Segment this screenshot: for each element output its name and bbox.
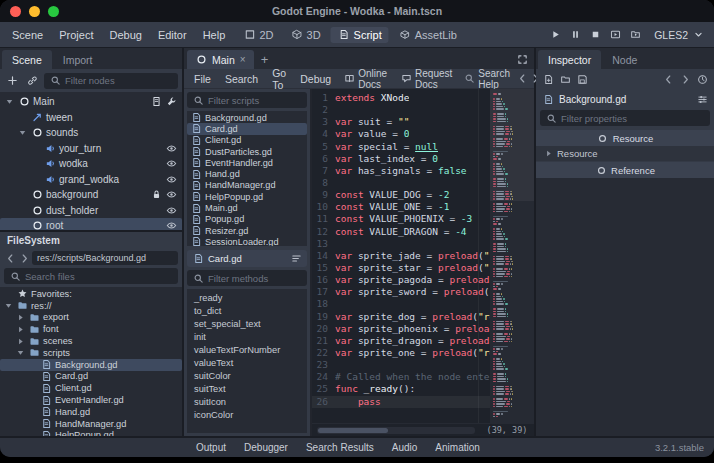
filesystem-item[interactable]: res:// — [0, 300, 182, 312]
scene-tree-node[interactable]: Main — [0, 94, 182, 110]
method-list-item[interactable]: _ready — [187, 291, 307, 304]
code-line[interactable]: 3var suit = "" — [312, 116, 490, 128]
code-line[interactable]: 17var sprite_sword = preload(" — [312, 286, 490, 298]
history-button[interactable] — [696, 71, 708, 89]
menu-scene[interactable]: Scene — [4, 29, 51, 41]
method-list-item[interactable]: suitText — [187, 382, 307, 395]
workspace-3d-button[interactable]: 3D — [284, 27, 328, 43]
filesystem-item[interactable]: export — [0, 312, 182, 324]
code-area[interactable]: 1extends XNode23var suit = ""4var value … — [312, 89, 490, 423]
method-list-item[interactable]: iconColor — [187, 408, 307, 421]
method-list-item[interactable]: valueText — [187, 356, 307, 369]
horizontal-scrollbar-thumb[interactable] — [318, 428, 388, 433]
script-list-item[interactable]: HelpPopup.gd — [187, 191, 307, 202]
script-list-item[interactable]: Client.gd — [187, 135, 307, 146]
code-line[interactable]: 14var sprite_jade = preload("r — [312, 250, 490, 262]
filesystem-item[interactable]: HandManager.gd — [0, 418, 182, 430]
code-line[interactable]: 22var sprite_one = preload("re — [312, 347, 490, 359]
sort-methods-icon[interactable] — [290, 253, 302, 265]
expander-right-icon[interactable] — [15, 335, 25, 347]
code-line[interactable]: 19var sprite_dog = preload("re — [312, 311, 490, 323]
method-list-item[interactable]: valueTextForNumber — [187, 343, 307, 356]
expander-down-icon[interactable] — [15, 347, 25, 359]
play-scene-button[interactable] — [606, 26, 625, 44]
filesystem-item[interactable]: scripts — [0, 347, 182, 359]
script-menu-debug[interactable]: Debug — [293, 73, 338, 85]
script-list-item[interactable]: Main.gd — [187, 202, 307, 213]
script-list-item[interactable]: Background.gd — [187, 112, 307, 123]
horizontal-scrollbar[interactable] — [317, 427, 475, 434]
pause-button[interactable] — [566, 26, 585, 44]
script-menu-search[interactable]: Search — [218, 73, 265, 85]
eye-icon[interactable] — [165, 204, 177, 216]
stop-button[interactable] — [586, 26, 605, 44]
bottom-tab-animation[interactable]: Animation — [426, 442, 488, 453]
code-line[interactable]: 18 — [312, 298, 490, 310]
script-list-item[interactable]: EventHandler.gd — [187, 157, 307, 168]
filesystem-item[interactable]: scenes — [0, 335, 182, 347]
tab-import[interactable]: Import — [53, 50, 103, 69]
script-list-item[interactable]: Resizer.gd — [187, 225, 307, 236]
script-list-item[interactable]: Popup.gd — [187, 214, 307, 225]
expander-down-icon[interactable] — [3, 300, 13, 312]
code-line[interactable]: 21var sprite_dragon = preload( — [312, 335, 490, 347]
code-line[interactable]: 26 pass — [312, 396, 490, 408]
script-list-item[interactable]: Card.gd — [187, 123, 307, 134]
history-back-icon[interactable] — [4, 252, 16, 264]
code-line[interactable]: 20var sprite_phoenix = preload — [312, 323, 490, 335]
eye-icon[interactable] — [165, 173, 177, 185]
tab-node[interactable]: Node — [602, 50, 647, 69]
workspace-assetlib-button[interactable]: AssetLib — [392, 27, 464, 43]
code-line[interactable]: 1extends XNode — [312, 92, 490, 104]
bottom-tab-output[interactable]: Output — [187, 442, 235, 453]
method-list-item[interactable]: suitColor — [187, 369, 307, 382]
method-list-item[interactable]: init — [187, 330, 307, 343]
extra-resource-options-icon[interactable] — [696, 93, 708, 105]
breadcrumb[interactable]: res://scripts/Background.gd — [32, 251, 178, 265]
code-line[interactable]: 9const VALUE_DOG = -2 — [312, 189, 490, 201]
code-line[interactable]: 15var sprite_star = preload("r — [312, 262, 490, 274]
bottom-tab-search-results[interactable]: Search Results — [297, 442, 383, 453]
eye-icon[interactable] — [165, 158, 177, 170]
filter-properties-input[interactable]: Filter properties — [540, 110, 710, 126]
menu-debug[interactable]: Debug — [101, 29, 149, 41]
arrow-down-icon[interactable] — [17, 127, 29, 139]
script-menu-file[interactable]: File — [187, 73, 218, 85]
menu-help[interactable]: Help — [195, 29, 234, 41]
scene-tree-node[interactable]: your_turn — [0, 141, 182, 157]
minimize-window-button[interactable] — [29, 6, 40, 17]
code-line[interactable]: 8 — [312, 177, 490, 189]
scene-tree-node[interactable]: wodka — [0, 156, 182, 172]
filesystem-item[interactable]: Client.gd — [0, 382, 182, 394]
request-docs-button[interactable]: Request Docs — [395, 68, 457, 90]
filter-scripts-input[interactable]: Filter scripts — [187, 92, 307, 108]
method-list-item[interactable]: to_dict — [187, 304, 307, 317]
play-button[interactable] — [546, 26, 565, 44]
code-line[interactable]: 25func _ready(): — [312, 383, 490, 395]
arrow-down-icon[interactable] — [2, 300, 14, 312]
expander-down-icon[interactable] — [17, 127, 28, 139]
eye-icon[interactable] — [165, 189, 177, 201]
eye-icon[interactable] — [165, 220, 177, 230]
minimap[interactable] — [490, 89, 534, 423]
menu-editor[interactable]: Editor — [150, 29, 195, 41]
scene-tab-main[interactable]: Main × — [187, 50, 254, 69]
renderer-dropdown[interactable]: GLES2 — [646, 29, 708, 41]
workspace-2d-button[interactable]: 2D — [236, 27, 280, 43]
workspace-script-button[interactable]: Script — [331, 27, 389, 43]
arrow-down-icon[interactable] — [14, 347, 26, 359]
expander-down-icon[interactable] — [4, 96, 15, 108]
online-docs-button[interactable]: Online Docs — [338, 68, 394, 90]
forward-button[interactable] — [679, 71, 691, 89]
code-line[interactable]: 16var sprite_pagoda = preload(" — [312, 274, 490, 286]
current-script-dropdown[interactable]: Card.gd — [187, 250, 307, 267]
arrow-right-icon[interactable] — [14, 312, 26, 324]
script-history-back-button[interactable] — [516, 73, 528, 85]
code-line[interactable]: 7var has_signals = false — [312, 165, 490, 177]
code-line[interactable]: 11const VALUE_PHOENIX = -3 — [312, 213, 490, 225]
code-line[interactable]: 13 — [312, 238, 490, 250]
code-line[interactable]: 12const VALUE_DRAGON = -4 — [312, 226, 490, 238]
code-line[interactable]: 5var special = null — [312, 141, 490, 153]
script-menu-go-to[interactable]: Go To — [265, 67, 293, 91]
add-node-button[interactable] — [4, 73, 21, 89]
